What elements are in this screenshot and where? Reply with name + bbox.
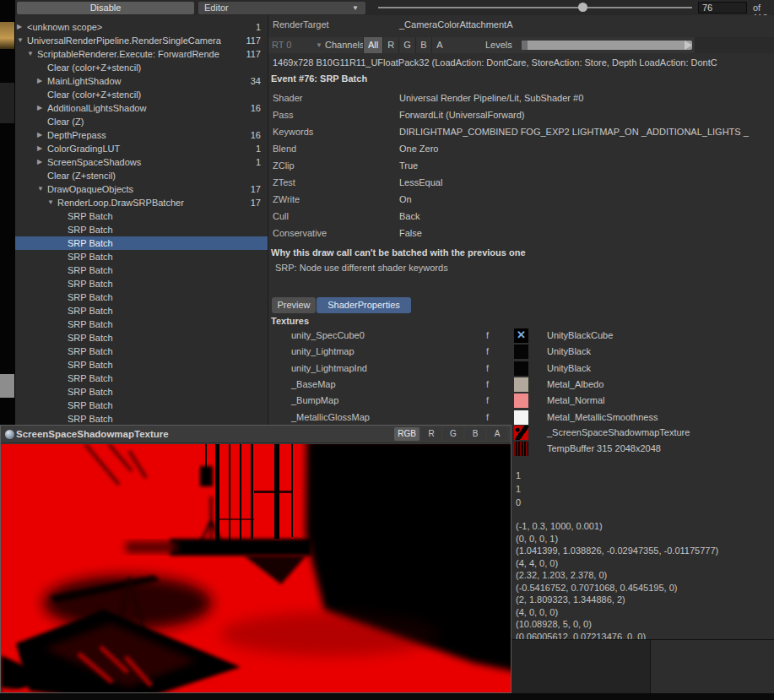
tree-item[interactable]: Clear (color+Z+stencil) (15, 88, 268, 101)
frame-number-input[interactable]: 76 (698, 2, 747, 14)
albedo-texture-thumbnail[interactable] (514, 377, 528, 392)
texture-row[interactable]: _BaseMap f Metal_Albedo (268, 377, 774, 392)
tree-item[interactable]: ▶<unknown scope>1 (15, 20, 268, 34)
tree-item[interactable]: ▼RenderLoop.DrawSRPBatcher17 (15, 196, 268, 209)
channel-all-button[interactable]: All (363, 37, 382, 53)
chevron-down-icon[interactable]: ▼ (316, 37, 322, 53)
tree-item[interactable]: Clear (Z+stencil) (15, 169, 268, 182)
shadowmap-texture-thumbnail[interactable] (514, 426, 528, 440)
channel-a-button[interactable]: A (431, 37, 447, 53)
tree-item[interactable]: SRP Batch (15, 345, 268, 358)
tree-item-label: SRP Batch (68, 317, 239, 331)
texture-asset-name: TempBuffer 315 2048x2048 (547, 442, 661, 456)
collapse-arrow-icon[interactable]: ▶ (37, 155, 47, 169)
property-value: On (399, 194, 412, 204)
tree-item[interactable]: SRP Batch (15, 223, 268, 236)
collapse-arrow-icon[interactable]: ▶ (37, 128, 47, 142)
collapse-arrow-icon[interactable]: ▶ (37, 142, 47, 155)
texture-asset-name: Metal_MetallicSmoothness (547, 410, 658, 425)
texture-row[interactable]: _MetallicGlossMap f Metal_MetallicSmooth… (268, 410, 774, 425)
preview-b-button[interactable]: B (465, 427, 485, 441)
tree-item[interactable]: SRP Batch (15, 331, 268, 345)
tree-item[interactable]: SRP Batch (15, 250, 268, 263)
tree-item[interactable]: SRP Batch (15, 412, 268, 426)
tree-item[interactable]: ▼DrawOpaqueObjects17 (15, 182, 268, 196)
texture-row[interactable]: unity_Lightmap f UnityBlack (268, 345, 774, 359)
tree-item[interactable]: Clear (Z) (15, 115, 268, 128)
buffer-info: 1469x728 B10G11R11_UFloatPack32 (LoadAct… (273, 57, 774, 68)
collapse-arrow-icon[interactable]: ▶ (17, 20, 27, 34)
property-label: Cull (273, 211, 289, 221)
channel-r-button[interactable]: R (382, 37, 398, 53)
tree-item[interactable]: SRP Batch (15, 372, 268, 385)
property-label: Pass (273, 110, 293, 120)
property-value: LessEqual (399, 177, 442, 187)
levels-range-slider[interactable] (522, 41, 692, 50)
frame-slider-track[interactable] (378, 7, 692, 8)
tree-item[interactable]: Clear (color+Z+stencil) (15, 61, 268, 74)
black-texture-thumbnail[interactable] (514, 345, 528, 359)
collapse-arrow-icon[interactable]: ▼ (37, 182, 47, 196)
target-dropdown[interactable]: Editor ▼ (198, 2, 365, 14)
tree-item-label: Clear (color+Z+stencil) (47, 61, 239, 74)
black-cube-thumbnail[interactable]: ✕ (514, 328, 528, 343)
tempbuffer-texture-thumbnail[interactable] (514, 442, 528, 456)
levels-min-handle[interactable] (522, 41, 528, 50)
tree-item[interactable]: SRP Batch (15, 209, 268, 223)
tree-item[interactable]: ▶AdditionalLightsShadow16 (15, 101, 268, 115)
preview-r-button[interactable]: R (421, 427, 441, 441)
property-label: ZClip (273, 160, 295, 171)
tree-item[interactable]: SRP Batch (15, 358, 268, 372)
disable-button[interactable]: Disable (17, 2, 194, 14)
tree-item-label: AdditionalLightsShadow (47, 101, 239, 115)
texture-flag: f (486, 393, 489, 408)
tree-item[interactable]: SRP Batch (15, 317, 268, 331)
tree-item[interactable]: ▶DepthPrepass16 (15, 128, 268, 142)
texture-row[interactable]: _BumpMap f Metal_Normal (268, 393, 774, 408)
normal-texture-thumbnail[interactable] (514, 393, 528, 408)
tree-item[interactable]: ▶ScreenSpaceShadows1 (15, 155, 268, 169)
tree-item[interactable]: ▶ColorGradingLUT1 (15, 142, 268, 155)
tree-item[interactable]: SRP Batch (15, 304, 268, 317)
channel-g-button[interactable]: G (398, 37, 415, 53)
batch-break-reason: SRP: Node use different shader keywords (275, 263, 448, 273)
tree-item-count: 1 (239, 20, 261, 34)
collapse-arrow-icon[interactable]: ▶ (37, 101, 47, 115)
tree-item[interactable]: SRP Batch (15, 399, 268, 412)
frame-slider-thumb[interactable] (578, 3, 587, 12)
texture-row[interactable]: unity_LightmapInd f UnityBlack (268, 361, 774, 376)
tree-item[interactable]: SRP Batch (15, 277, 268, 290)
metallic-texture-thumbnail[interactable] (514, 410, 528, 425)
tree-item[interactable]: ▼ScriptableRenderer.Execute: ForwardRend… (15, 47, 268, 61)
collapse-arrow-icon[interactable]: ▼ (47, 196, 57, 209)
preview-window-title-bar[interactable]: ScreenSpaceShadowmapTexture RGB R G B A (1, 426, 511, 443)
texture-property-name: unity_SpecCube0 (291, 328, 365, 343)
preview-window-title: ScreenSpaceShadowmapTexture (16, 426, 169, 443)
property-value: Universal Render Pipeline/Lit, SubShader… (399, 93, 583, 103)
tree-item[interactable]: SRP Batch (15, 385, 268, 399)
tree-item[interactable]: SRP Batch (15, 290, 268, 304)
float-value: 0 (516, 497, 521, 508)
texture-asset-name: _ScreenSpaceShadowmapTexture (547, 426, 690, 440)
tab-shader-properties[interactable]: ShaderProperties (317, 297, 411, 313)
tree-item-label: RenderLoop.DrawSRPBatcher (57, 196, 239, 209)
levels-label: Levels (485, 37, 512, 53)
levels-max-handle[interactable] (685, 41, 692, 50)
tree-item[interactable]: ▼UniversalRenderPipeline.RenderSingleCam… (15, 34, 268, 47)
preview-g-button[interactable]: G (443, 427, 463, 441)
tree-item-label: MainLightShadow (47, 74, 239, 88)
texture-row[interactable]: unity_SpecCube0 f ✕ UnityBlackCube (268, 328, 774, 343)
collapse-arrow-icon[interactable]: ▶ (37, 74, 47, 88)
tree-item[interactable]: ▶MainLightShadow34 (15, 74, 268, 88)
preview-rgb-button[interactable]: RGB (394, 427, 419, 441)
collapse-arrow-icon[interactable]: ▼ (27, 47, 37, 61)
black-texture-thumbnail[interactable] (514, 361, 528, 376)
preview-a-button[interactable]: A (487, 427, 507, 441)
channel-b-button[interactable]: B (415, 37, 431, 53)
rt-dropdown[interactable]: RT 0 (272, 37, 291, 53)
tab-preview[interactable]: Preview (272, 297, 316, 313)
collapse-arrow-icon[interactable]: ▼ (17, 34, 27, 47)
tree-item[interactable]: SRP Batch (15, 263, 268, 277)
tree-item-selected[interactable]: SRP Batch (15, 236, 268, 250)
float-value: 1 (516, 469, 521, 481)
